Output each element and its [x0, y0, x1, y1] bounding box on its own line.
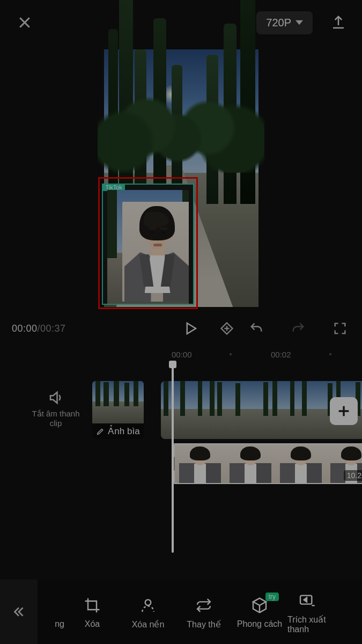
play-button[interactable] — [178, 316, 203, 341]
try-badge: try — [265, 592, 279, 601]
mute-clip-audio-button[interactable]: Tắt âm thanh clip — [27, 390, 85, 428]
pencil-icon — [96, 427, 105, 436]
track-frame — [175, 444, 225, 483]
tool-label: ng — [41, 619, 64, 629]
timeline[interactable]: Tắt âm thanh clip Ảnh bìa 10.2s — [0, 368, 362, 529]
ruler-dot — [329, 353, 331, 355]
tool-delete[interactable]: Xóa — [64, 595, 120, 629]
time-current: 00:00 — [12, 323, 38, 334]
keyframe-button[interactable] — [215, 316, 239, 341]
track-frame — [225, 444, 276, 483]
ruler-dot — [230, 353, 232, 355]
time-ruler[interactable]: 00:00 00:02 — [0, 343, 362, 365]
tool-label: Xóa nền — [120, 619, 176, 630]
export-icon — [330, 14, 346, 31]
bottom-toolbar: ng Xóa Xóa nền Thay thế try Phong cách T… — [0, 580, 362, 644]
tool-label-line2: thanh — [287, 625, 326, 634]
ruler-tick-0: 00:00 — [172, 350, 192, 359]
mute-label-line1: Tắt âm thanh — [27, 409, 85, 419]
redo-icon — [291, 321, 306, 336]
overlay-clip-selection[interactable]: TikTok — [102, 184, 194, 305]
tool-label-line1: Trích xuất — [287, 614, 326, 625]
speaker-icon — [48, 390, 64, 406]
cover-label-text: Ảnh bìa — [108, 426, 139, 437]
add-clip-button[interactable] — [330, 397, 358, 425]
track-frame — [207, 381, 253, 439]
resolution-label: 720P — [266, 17, 291, 29]
track-frame — [276, 444, 326, 483]
cover-image-button[interactable]: Ảnh bìa — [92, 381, 144, 439]
fullscreen-icon — [333, 321, 348, 336]
time-total: 00:37 — [40, 323, 66, 334]
diamond-plus-icon — [219, 321, 234, 336]
undo-button[interactable] — [244, 316, 269, 341]
tool-label: Xóa — [64, 619, 120, 629]
fullscreen-button[interactable] — [328, 316, 352, 341]
tool-label: Thay thế — [176, 619, 232, 630]
overlay-portrait — [122, 202, 189, 302]
tool-extract-audio[interactable]: Trích xuất thanh — [287, 590, 326, 634]
mute-label-line2: clip — [27, 419, 85, 428]
tool-label: Phong cách — [232, 619, 287, 629]
time-display: 00:00/00:37 — [12, 323, 66, 334]
export-button[interactable] — [328, 12, 349, 33]
track-frame — [253, 381, 299, 439]
tool-replace[interactable]: Thay thế — [176, 595, 232, 630]
close-icon — [17, 14, 33, 31]
chevron-down-icon — [295, 19, 303, 26]
tool-remove-bg[interactable]: Xóa nền — [120, 595, 176, 630]
track-frame — [161, 381, 207, 439]
svg-point-0 — [145, 599, 151, 605]
play-icon — [182, 320, 198, 336]
toolbar-back-button[interactable] — [0, 580, 38, 644]
close-button[interactable] — [13, 11, 36, 34]
redo-button[interactable] — [286, 316, 311, 341]
plus-icon — [336, 404, 351, 419]
crop-icon — [84, 597, 101, 614]
tool-partial-left[interactable]: ng — [41, 595, 64, 629]
person-cutout-icon — [139, 597, 157, 614]
playhead[interactable] — [172, 365, 174, 553]
ruler-tick-1: 00:02 — [271, 350, 291, 359]
overlay-track-clip[interactable]: 10.2s — [172, 443, 362, 484]
resolution-dropdown[interactable]: 720P — [256, 11, 313, 34]
overlay-duration-badge: 10.2s — [344, 470, 362, 481]
preview-area[interactable]: TikTok — [0, 45, 362, 313]
extract-audio-icon — [298, 592, 315, 609]
chevrons-left-icon — [12, 605, 26, 619]
preview-canvas[interactable]: TikTok — [104, 49, 258, 307]
tool-style[interactable]: try Phong cách — [232, 595, 287, 629]
undo-icon — [249, 321, 264, 336]
repeat-icon — [195, 597, 212, 614]
